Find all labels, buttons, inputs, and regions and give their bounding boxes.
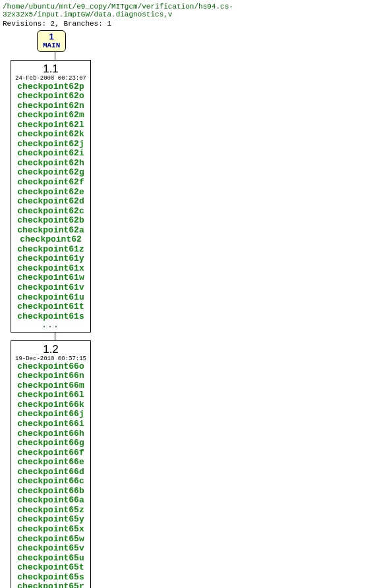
- revision-tag: checkpoint62i: [15, 149, 86, 159]
- revision-tag: checkpoint62l: [15, 120, 86, 130]
- revision-tag: checkpoint65z: [15, 506, 86, 516]
- revision-tag: checkpoint61u: [15, 293, 86, 303]
- file-path: /home/ubuntu/mnt/e9_copy/MITgcm/verifica…: [3, 3, 377, 18]
- revision-tag: checkpoint66g: [15, 439, 86, 448]
- revision-tag: checkpoint65w: [15, 535, 86, 545]
- revision-tag: checkpoint61z: [15, 245, 86, 255]
- revision-tag: checkpoint62g: [15, 168, 86, 178]
- branch-name: MAIN: [43, 41, 60, 49]
- revision-node[interactable]: 1.1 24-Feb-2008 00:23:07 checkpoint62pch…: [11, 60, 91, 332]
- revision-tag: checkpoint62a: [15, 226, 86, 236]
- revision-tag: checkpoint62b: [15, 216, 86, 226]
- revision-tag: checkpoint65t: [15, 563, 86, 573]
- revision-tag: checkpoint65y: [15, 515, 86, 525]
- revision-tag: checkpoint66n: [15, 371, 86, 381]
- revision-tag: checkpoint61x: [15, 264, 86, 274]
- revision-tag: checkpoint62d: [15, 197, 86, 207]
- revision-tag: checkpoint62m: [15, 111, 86, 120]
- revision-tag: checkpoint66k: [15, 400, 86, 410]
- revision-tag: checkpoint66d: [15, 468, 86, 477]
- revision-tag: checkpoint62o: [15, 92, 86, 101]
- revision-tag: checkpoint66b: [15, 487, 86, 496]
- revision-tag: checkpoint66a: [15, 496, 86, 506]
- revision-graph: 1 MAIN 1.1 24-Feb-2008 00:23:07 checkpoi…: [3, 30, 377, 588]
- revision-tag: checkpoint66f: [15, 448, 86, 458]
- revision-tag: checkpoint66e: [15, 458, 86, 468]
- revision-tag: checkpoint61y: [15, 254, 86, 264]
- revision-tag: checkpoint61s: [15, 312, 86, 322]
- revision-tag: checkpoint65s: [15, 573, 86, 583]
- branch-node-main[interactable]: 1 MAIN: [37, 30, 66, 52]
- graph-edge: [55, 333, 55, 340]
- ellipsis-icon: ...: [15, 321, 86, 330]
- revision-node[interactable]: 1.2 19-Dec-2010 00:37:15 checkpoint66och…: [11, 340, 91, 588]
- revision-tag: checkpoint62p: [15, 82, 86, 92]
- revision-tag: checkpoint66m: [15, 381, 86, 391]
- revision-tag: checkpoint65u: [15, 554, 86, 564]
- revision-tag: checkpoint66j: [15, 410, 86, 419]
- revision-tags: checkpoint62pcheckpoint62ocheckpoint62nc…: [15, 82, 86, 322]
- revision-tag: checkpoint61t: [15, 302, 86, 312]
- branch-number: 1: [43, 32, 60, 41]
- revision-tag: checkpoint66c: [15, 477, 86, 487]
- revision-version: 1.1: [15, 63, 86, 75]
- revision-tag: checkpoint61w: [15, 273, 86, 283]
- revision-tags: checkpoint66ocheckpoint66ncheckpoint66mc…: [15, 362, 86, 588]
- revision-tag: checkpoint66l: [15, 390, 86, 400]
- revision-tag: checkpoint66o: [15, 362, 86, 372]
- revision-version: 1.2: [15, 343, 86, 356]
- revision-tag: checkpoint62k: [15, 130, 86, 140]
- revision-tag: checkpoint62c: [15, 207, 86, 217]
- revision-tag: checkpoint62n: [15, 101, 86, 111]
- revision-tag: checkpoint66i: [15, 419, 86, 429]
- revision-stats: Revisions: 2, Branches: 1: [3, 20, 377, 28]
- revision-tag: checkpoint65x: [15, 525, 86, 535]
- revision-timestamp: 24-Feb-2008 00:23:07: [15, 75, 86, 82]
- revision-tag: checkpoint66h: [15, 429, 86, 439]
- revision-tag: checkpoint62f: [15, 178, 86, 188]
- graph-edge: [55, 52, 55, 60]
- revision-tag: checkpoint62j: [15, 140, 86, 149]
- revision-tag: checkpoint62e: [15, 188, 86, 198]
- revision-tag: checkpoint65r: [15, 582, 86, 588]
- revision-tag: checkpoint62: [15, 235, 86, 245]
- revision-tag: checkpoint61v: [15, 283, 86, 293]
- revision-tag: checkpoint62h: [15, 159, 86, 169]
- revision-tag: checkpoint65v: [15, 544, 86, 554]
